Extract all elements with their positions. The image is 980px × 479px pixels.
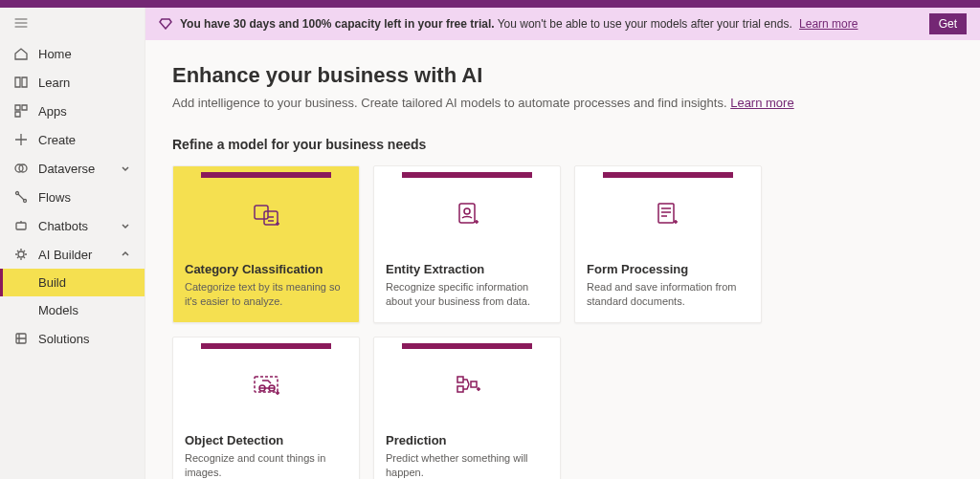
sidebar-label: Chatbots: [38, 219, 120, 233]
svg-rect-11: [658, 204, 674, 223]
sidebar-label: Dataverse: [38, 162, 120, 176]
plus-icon: [13, 132, 29, 147]
diamond-icon: [159, 16, 172, 33]
page-subtitle: Add intelligence to your business. Creat…: [172, 96, 953, 110]
sidebar-item-models[interactable]: Models: [0, 296, 145, 324]
chevron-down-icon: [120, 163, 131, 174]
ai-builder-icon: [13, 247, 29, 262]
svg-point-5: [18, 251, 24, 257]
card-illustration: [173, 166, 359, 252]
entity-extraction-icon: [450, 178, 484, 252]
prediction-icon: [450, 349, 484, 424]
chevron-up-icon: [120, 249, 131, 260]
sidebar-label: Models: [38, 303, 131, 317]
card-desc: Categorize text by its meaning so it's e…: [185, 280, 347, 309]
apps-icon: [13, 103, 29, 119]
card-desc: Predict whether something will happen.: [386, 451, 548, 479]
sidebar-item-home[interactable]: Home: [0, 39, 145, 68]
model-cards: Category Classification Categorize text …: [172, 165, 953, 479]
app-header-bar: [0, 0, 980, 8]
svg-rect-4: [16, 223, 26, 229]
sidebar-label: Flows: [38, 190, 131, 205]
sidebar-label: AI Builder: [38, 248, 120, 262]
card-title: Form Processing: [587, 262, 749, 276]
card-desc: Recognize and count things in images.: [185, 451, 347, 479]
content: Enhance your business with AI Add intell…: [145, 40, 980, 479]
card-prediction[interactable]: Prediction Predict whether something wil…: [373, 337, 561, 479]
svg-rect-8: [264, 211, 278, 225]
solutions-icon: [13, 331, 29, 346]
svg-rect-15: [457, 377, 463, 382]
home-icon: [13, 46, 29, 61]
chevron-down-icon: [120, 220, 131, 231]
sidebar-item-learn[interactable]: Learn: [0, 68, 145, 97]
sidebar-item-dataverse[interactable]: Dataverse: [0, 154, 145, 183]
card-object-detection[interactable]: Object Detection Recognize and count thi…: [172, 337, 360, 479]
card-title: Category Classification: [185, 262, 347, 276]
sidebar-item-chatbots[interactable]: Chatbots: [0, 211, 145, 240]
sidebar-item-build[interactable]: Build: [0, 269, 145, 296]
card-category-classification[interactable]: Category Classification Categorize text …: [172, 165, 360, 323]
form-processing-icon: [651, 178, 685, 252]
banner-bold: You have 30 days and 100% capacity left …: [180, 17, 495, 31]
card-title: Object Detection: [185, 433, 347, 447]
trial-banner: You have 30 days and 100% capacity left …: [145, 8, 980, 40]
card-illustration: [374, 337, 560, 424]
card-title: Entity Extraction: [386, 262, 548, 276]
svg-rect-17: [471, 381, 477, 387]
sidebar-item-solutions[interactable]: Solutions: [0, 324, 145, 353]
sidebar-label: Solutions: [38, 332, 131, 346]
hamburger-button[interactable]: [0, 8, 145, 39]
sidebar-item-apps[interactable]: Apps: [0, 97, 145, 125]
object-detection-icon: [249, 349, 283, 424]
chatbot-icon: [13, 218, 29, 233]
dataverse-icon: [13, 161, 29, 176]
card-desc: Recognize specific information about you…: [386, 280, 548, 309]
sidebar-label: Create: [38, 133, 131, 147]
banner-rest: You won't be able to use your models aft…: [495, 17, 792, 31]
sidebar-label: Learn: [38, 76, 131, 90]
svg-point-10: [464, 208, 470, 214]
sidebar-item-flows[interactable]: Flows: [0, 183, 145, 211]
svg-rect-7: [255, 206, 268, 219]
sidebar-item-ai-builder[interactable]: AI Builder: [0, 240, 145, 269]
banner-learn-more-link[interactable]: Learn more: [799, 17, 858, 31]
book-icon: [13, 75, 29, 90]
card-desc: Read and save information from standard …: [587, 280, 749, 309]
page-learn-more-link[interactable]: Learn more: [730, 96, 793, 110]
svg-rect-9: [459, 204, 475, 223]
sidebar-label: Apps: [38, 104, 131, 119]
card-form-processing[interactable]: Form Processing Read and save informatio…: [574, 165, 762, 323]
sidebar-item-create[interactable]: Create: [0, 125, 145, 154]
sidebar: Home Learn Apps Create Dataverse Flows C…: [0, 8, 145, 479]
banner-get-button[interactable]: Get: [929, 13, 967, 34]
card-title: Prediction: [386, 433, 548, 447]
main-area: You have 30 days and 100% capacity left …: [145, 8, 980, 479]
card-entity-extraction[interactable]: Entity Extraction Recognize specific inf…: [373, 165, 561, 323]
sidebar-label: Home: [38, 47, 131, 61]
category-classification-icon: [249, 178, 283, 252]
page-title: Enhance your business with AI: [172, 63, 953, 88]
card-illustration: [374, 166, 560, 252]
page-subtitle-text: Add intelligence to your business. Creat…: [172, 96, 730, 110]
card-illustration: [173, 337, 359, 424]
banner-text: You have 30 days and 100% capacity left …: [180, 17, 858, 31]
sidebar-label: Build: [38, 275, 131, 290]
svg-rect-16: [457, 386, 463, 392]
card-illustration: [575, 166, 761, 252]
section-title: Refine a model for your business needs: [172, 137, 953, 152]
flows-icon: [13, 189, 29, 205]
